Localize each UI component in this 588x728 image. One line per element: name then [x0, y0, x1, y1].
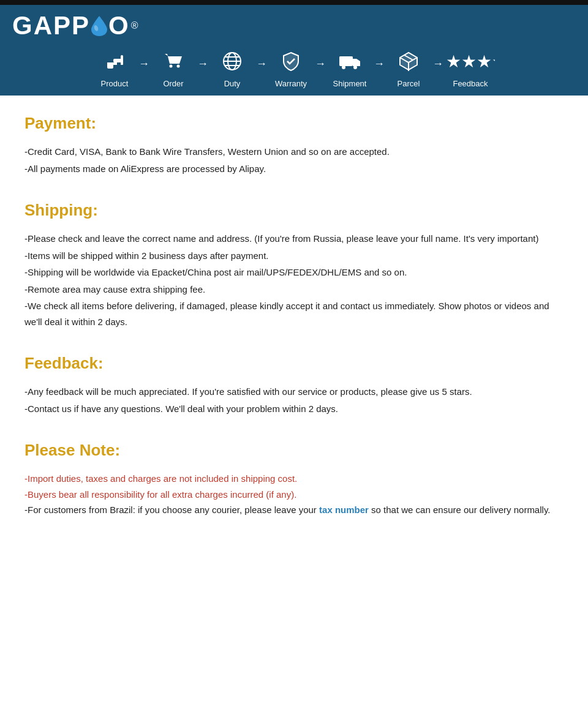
- payment-title: Payment:: [24, 114, 564, 133]
- svg-text:★★★★★: ★★★★★: [446, 52, 495, 71]
- process-bar: Product → Order →: [12, 45, 576, 96]
- process-step-parcel: Parcel: [387, 50, 430, 88]
- shipping-line-1: -Please check and leave the correct name…: [24, 231, 564, 247]
- brazil-tax-link[interactable]: tax number: [319, 505, 369, 515]
- note-brazil-line: -For customers from Brazil: if you choos…: [24, 502, 564, 518]
- shipping-section: Shipping: -Please check and leave the co…: [24, 201, 564, 329]
- arrow-4: →: [315, 58, 326, 70]
- please-note-title: Please Note:: [24, 441, 564, 460]
- payment-section: Payment: -Credit Card, VISA, Bank to Ban…: [24, 114, 564, 176]
- arrow-6: →: [432, 58, 443, 70]
- process-step-warranty: Warranty: [270, 50, 312, 88]
- feedback-line-1: -Any feedback will be much appreciated. …: [24, 384, 564, 400]
- order-label: Order: [163, 79, 183, 88]
- svg-point-13: [353, 66, 357, 69]
- logo-text: G: [12, 11, 34, 40]
- logo-area: G A PP O ®: [12, 11, 138, 45]
- process-step-duty: Duty: [211, 50, 254, 88]
- payment-line-2: -All payments made on AliExpress are pro…: [24, 161, 564, 177]
- main-content: Payment: -Credit Card, VISA, Bank to Ban…: [0, 96, 588, 567]
- note-red-line-2: -Buyers bear all responsibility for all …: [24, 487, 564, 503]
- duty-label: Duty: [224, 79, 241, 88]
- box-icon: [398, 50, 420, 77]
- logo-drop-icon: [90, 15, 108, 37]
- process-step-feedback: ★★★★★ Feedback: [446, 50, 495, 88]
- shipping-line-3: -Shipping will be worldwide via Epacket/…: [24, 265, 564, 280]
- product-label: Product: [101, 79, 129, 88]
- arrow-1: →: [138, 58, 149, 70]
- svg-point-5: [177, 65, 180, 68]
- svg-point-4: [170, 65, 173, 68]
- feedback-line-2: -Contact us if have any questions. We'll…: [24, 401, 564, 417]
- shipment-label: Shipment: [333, 79, 367, 88]
- shipping-title: Shipping:: [24, 201, 564, 220]
- logo-text-3: PP: [53, 11, 90, 40]
- shipping-line-4: -Remote area may cause extra shipping fe…: [24, 282, 564, 298]
- parcel-label: Parcel: [398, 79, 420, 88]
- shipping-line-2: -Items will be shipped within 2 business…: [24, 248, 564, 264]
- payment-line-1: -Credit Card, VISA, Bank to Bank Wire Tr…: [24, 144, 564, 160]
- arrow-3: →: [256, 58, 267, 70]
- process-step-order: Order: [152, 50, 195, 88]
- globe-icon: [221, 50, 243, 77]
- header: G A PP O ® Product →: [0, 5, 588, 96]
- process-step-shipment: Shipment: [328, 50, 371, 88]
- shield-icon: [280, 50, 302, 77]
- faucet-icon: [104, 50, 126, 77]
- warranty-label: Warranty: [275, 79, 307, 88]
- top-bar: [0, 0, 588, 5]
- brazil-line-start: -For customers from Brazil: if you choos…: [24, 505, 319, 515]
- svg-point-3: [121, 55, 123, 58]
- process-step-product: Product: [93, 50, 136, 88]
- logo-reg: ®: [131, 20, 138, 31]
- feedback-section: Feedback: -Any feedback will be much app…: [24, 354, 564, 416]
- arrow-5: →: [374, 58, 385, 70]
- cart-icon: [162, 50, 184, 77]
- feedback-title: Feedback:: [24, 354, 564, 373]
- brazil-line-end: so that we can ensure our delivery norma…: [369, 505, 551, 515]
- svg-rect-2: [121, 56, 123, 65]
- svg-rect-14: [339, 56, 353, 58]
- arrow-2: →: [197, 58, 208, 70]
- svg-rect-1: [113, 59, 122, 62]
- stars-icon: ★★★★★: [446, 50, 495, 77]
- svg-point-12: [342, 66, 345, 69]
- logo-text-4: O: [108, 11, 130, 40]
- logo-text-2: A: [34, 11, 53, 40]
- feedback-label: Feedback: [453, 79, 488, 88]
- shipping-line-5: -We check all items before delivering, i…: [24, 298, 564, 329]
- truck-icon: [338, 50, 361, 77]
- please-note-section: Please Note: -Import duties, taxes and c…: [24, 441, 564, 518]
- note-red-line-1: -Import duties, taxes and charges are no…: [24, 471, 564, 487]
